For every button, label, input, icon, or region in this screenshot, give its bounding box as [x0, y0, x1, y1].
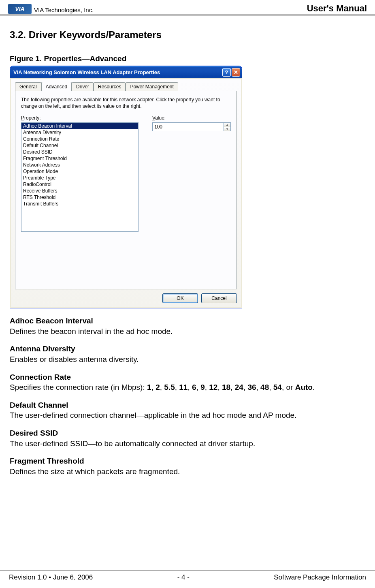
list-item[interactable]: RadioControl: [21, 181, 138, 188]
list-item[interactable]: Operation Mode: [21, 168, 138, 175]
section-heading: 3.2. Driver Keywords/Parameters: [10, 29, 365, 41]
list-item[interactable]: Adhoc Beacon Interval: [21, 123, 138, 129]
dialog-titlebar[interactable]: VIA Networking Solomon Wireless LAN Adap…: [10, 66, 242, 78]
tab-driver[interactable]: Driver: [72, 82, 94, 91]
value-column: Value: ▲ ▼: [152, 115, 231, 232]
list-item[interactable]: Network Address: [21, 162, 138, 168]
footer-section: Software Package Information: [274, 573, 366, 582]
param-default-channel: Default Channel The user-defined connect…: [10, 400, 365, 421]
list-item[interactable]: Default Channel: [21, 142, 138, 149]
tab-strip: General Advanced Driver Resources Power …: [15, 82, 237, 91]
spin-up-button[interactable]: ▲: [224, 123, 230, 127]
footer-revision: Revision 1.0 • June 6, 2006: [9, 573, 93, 582]
tab-power-management[interactable]: Power Management: [126, 82, 178, 91]
list-item[interactable]: Fragment Threshold: [21, 155, 138, 162]
close-button[interactable]: ✕: [232, 68, 240, 77]
cancel-button[interactable]: Cancel: [201, 293, 237, 303]
param-desc: The user-defined SSID—to be automaticall…: [10, 438, 365, 449]
spin-down-button[interactable]: ▼: [224, 127, 230, 131]
list-item[interactable]: Transmit Buffers: [21, 201, 138, 207]
company-name: VIA Technologies, Inc.: [34, 6, 94, 13]
param-title: Default Channel: [10, 400, 365, 411]
param-desired-ssid: Desired SSID The user-defined SSID—to be…: [10, 428, 365, 449]
tab-advanced[interactable]: Advanced: [41, 82, 72, 91]
param-connection-rate: Connection Rate Specifies the connection…: [10, 372, 365, 393]
property-listbox[interactable]: Adhoc Beacon Interval Antenna Diversity …: [21, 122, 138, 232]
dialog-button-row: OK Cancel: [15, 293, 237, 303]
param-desc: Specifies the connection rate (in Mbps):…: [10, 382, 365, 393]
value-row: ▲ ▼: [152, 122, 231, 131]
property-column: Property: Adhoc Beacon Interval Antenna …: [21, 115, 143, 232]
tab-resources[interactable]: Resources: [94, 82, 126, 91]
dialog-title: VIA Networking Solomon Wireless LAN Adap…: [13, 69, 160, 75]
dialog-body: General Advanced Driver Resources Power …: [11, 79, 241, 307]
manual-title: User's Manual: [307, 3, 367, 14]
value-label: Value:: [152, 115, 231, 121]
param-desc: Defines the size at which packets are fr…: [10, 466, 365, 477]
page-content: 3.2. Driver Keywords/Parameters Figure 1…: [0, 15, 375, 477]
list-item[interactable]: RTS Threshold: [21, 194, 138, 201]
param-desc: Enables or disables antenna diversity.: [10, 354, 365, 365]
value-input[interactable]: [152, 122, 224, 131]
page-header: VIA VIA Technologies, Inc. User's Manual: [0, 0, 375, 15]
via-logo: VIA: [8, 4, 32, 14]
param-title: Adhoc Beacon Interval: [10, 316, 365, 326]
titlebar-buttons: ? ✕: [222, 68, 240, 77]
property-label: Property:: [21, 115, 143, 121]
param-adhoc-beacon: Adhoc Beacon Interval Defines the beacon…: [10, 316, 365, 336]
panel-columns: Property: Adhoc Beacon Interval Antenna …: [21, 115, 231, 232]
list-item[interactable]: Desired SSID: [21, 149, 138, 155]
value-spinner: ▲ ▼: [224, 122, 231, 131]
page-footer: Revision 1.0 • June 6, 2006 - 4 - Softwa…: [0, 571, 375, 582]
logo-text: VIA: [15, 6, 24, 12]
tab-general[interactable]: General: [15, 82, 41, 91]
list-item[interactable]: Connection Rate: [21, 136, 138, 142]
footer-page-number: - 4 -: [177, 573, 190, 582]
param-desc: Defines the beacon interval in the ad ho…: [10, 326, 365, 337]
list-item[interactable]: Receive Buffers: [21, 188, 138, 194]
param-title: Antenna Diversity: [10, 344, 365, 354]
ok-button[interactable]: OK: [162, 293, 198, 303]
param-title: Desired SSID: [10, 428, 365, 438]
param-desc: The user-defined connection channel—appl…: [10, 410, 365, 421]
panel-description: The following properties are available f…: [21, 97, 231, 109]
properties-dialog: VIA Networking Solomon Wireless LAN Adap…: [10, 66, 242, 308]
param-title: Fragment Threshold: [10, 456, 365, 466]
list-item[interactable]: Antenna Diversity: [21, 129, 138, 136]
figure-caption: Figure 1. Properties—Advanced: [10, 54, 365, 63]
param-fragment-threshold: Fragment Threshold Defines the size at w…: [10, 456, 365, 477]
param-antenna-diversity: Antenna Diversity Enables or disables an…: [10, 344, 365, 364]
tab-panel-advanced: The following properties are available f…: [15, 91, 237, 289]
header-left: VIA VIA Technologies, Inc.: [8, 4, 94, 14]
param-title: Connection Rate: [10, 372, 365, 383]
list-item[interactable]: Preamble Type: [21, 175, 138, 181]
help-button[interactable]: ?: [222, 68, 231, 77]
